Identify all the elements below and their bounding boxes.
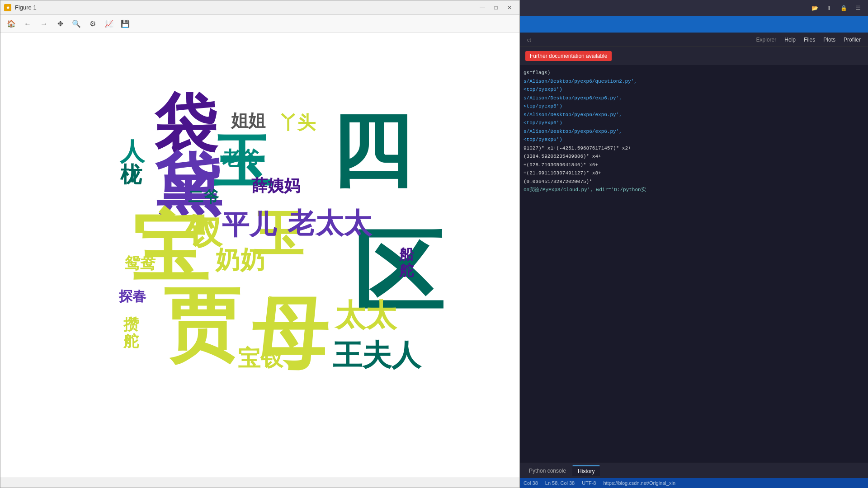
home-button[interactable]: 🏠	[4, 17, 19, 31]
pan-button[interactable]: ✥	[53, 17, 67, 31]
word-cloud-item: 栊	[120, 164, 142, 186]
console-line: (3384.59206235489886)* x4+	[524, 152, 864, 161]
word-cloud-item: 丫头	[279, 113, 316, 131]
help-tab[interactable]: Help	[781, 36, 799, 44]
word-cloud-item: 薛姨妈	[251, 178, 300, 194]
word-cloud-item: 二爷	[188, 189, 219, 204]
word-cloud-item: 宝钗	[238, 347, 283, 370]
console-line: +(21.991110307491127)* x8+	[524, 169, 864, 178]
word-cloud-item: 船	[399, 247, 414, 262]
close-button[interactable]: ✕	[503, 3, 516, 13]
console-line: 91027)* x1+(-4251.596876171457)* x2+	[524, 144, 864, 153]
word-cloud-item: 攒	[123, 317, 139, 332]
ide-panel: 📂 ⬆ 🔒 ☰ ct Explorer Help Files Plots Pro…	[520, 0, 868, 488]
upload-button[interactable]: ⬆	[823, 3, 835, 13]
word-cloud-item: 老太太	[288, 209, 372, 237]
line-col: Ln 58, Col 38	[545, 480, 575, 486]
minimize-button[interactable]: —	[476, 3, 489, 13]
word-cloud-item: 舵	[399, 263, 414, 278]
word-cloud-item: 太太	[335, 300, 396, 330]
word-cloud-item: 贾	[163, 286, 240, 363]
ide-banner	[520, 16, 868, 33]
url: https://blog.csdn.net/Original_xin	[603, 480, 675, 486]
word-cloud-item: 老爷	[222, 149, 260, 168]
console-line: <top/pyexp6')	[524, 136, 864, 144]
figure-window: ★ Figure 1 — □ ✕ 🏠 ← → ✥ 🔍 ⚙ 📈 💾 袋黛玉四姐姐丫…	[0, 0, 520, 488]
word-cloud-item: 王夫人	[333, 340, 421, 370]
explorer-tab[interactable]: Explorer	[753, 36, 780, 44]
console-line: s/Alison/Desktop/pyexp6/exp6.py',	[524, 94, 864, 103]
word-cloud-item: 舵	[123, 333, 139, 349]
figure-canvas: 袋黛玉四姐姐丫头老爷薛姨妈二爷人栊宝钗玉区平儿老太太鸳鸯奶奶船舵贾母太太探春攒舵…	[0, 33, 519, 478]
ide-statusbar: Col 38 Ln 58, Col 38 UTF-8 https://blog.…	[520, 478, 868, 488]
word-cloud-item: 钗	[186, 214, 222, 250]
word-cloud-item: 袋	[154, 92, 217, 155]
plot-button[interactable]: 📈	[102, 17, 116, 31]
python-console-tab[interactable]: Python console	[524, 466, 571, 476]
window-controls: — □ ✕	[476, 3, 516, 13]
col-indicator: Col 38	[524, 480, 538, 486]
console-line: <top/pyexp6')	[524, 85, 864, 94]
console-line: s/Alison/Desktop/pyexp6/question2.py',	[524, 77, 864, 86]
word-cloud: 袋黛玉四姐姐丫头老爷薛姨妈二爷人栊宝钗玉区平儿老太太鸳鸯奶奶船舵贾母太太探春攒舵…	[0, 33, 519, 478]
search-hint: ct	[524, 36, 535, 43]
menu-button[interactable]: ☰	[852, 3, 864, 13]
word-cloud-item: 姐姐	[231, 112, 265, 129]
figure-statusbar	[0, 478, 519, 488]
plots-tab[interactable]: Plots	[820, 36, 839, 44]
word-cloud-item: 四	[330, 110, 412, 191]
word-cloud-item: 人	[120, 139, 145, 164]
word-cloud-item: 探春	[119, 290, 146, 303]
zoom-button[interactable]: 🔍	[69, 17, 84, 31]
figure-icon: ★	[4, 4, 11, 11]
figure-toolbar: 🏠 ← → ✥ 🔍 ⚙ 📈 💾	[0, 15, 519, 33]
console-line: gs=flags)	[524, 69, 864, 77]
encoding: UTF-8	[582, 480, 596, 486]
forward-button[interactable]: →	[37, 17, 51, 31]
console-line: (0.036451732872020075)*	[524, 178, 864, 186]
console-line: +(928.7193059041846)* x6+	[524, 161, 864, 169]
console-line: <top/pyexp6')	[524, 102, 864, 111]
ide-bottom-tabs: Python console History	[520, 463, 868, 478]
console-line: s/Alison/Desktop/pyexp6/exp6.py',	[524, 111, 864, 119]
console-line: s/Alison/Desktop/pyexp6/exp6.py',	[524, 127, 864, 136]
doc-link[interactable]: Further documentation available	[525, 51, 612, 61]
settings-button[interactable]: ⚙	[85, 17, 100, 31]
word-cloud-item: 平儿	[222, 211, 276, 239]
title-left: ★ Figure 1	[4, 4, 37, 11]
console-line: <top/pyexp6')	[524, 119, 864, 127]
ide-doc-banner: Further documentation available	[520, 47, 868, 65]
lock-button[interactable]: 🔒	[837, 3, 850, 13]
figure-title: Figure 1	[15, 4, 37, 11]
console-line: on实验/PyExp3/cloud.py', wdir='D:/python实	[524, 186, 864, 194]
back-button[interactable]: ←	[20, 17, 35, 31]
ide-console[interactable]: gs=flags) s/Alison/Desktop/pyexp6/questi…	[520, 65, 868, 463]
maximize-button[interactable]: □	[490, 3, 502, 13]
folder-button[interactable]: 📂	[808, 3, 821, 13]
history-tab[interactable]: History	[572, 465, 600, 476]
figure-titlebar: ★ Figure 1 — □ ✕	[0, 0, 519, 15]
word-cloud-item: 鸳鸯	[125, 255, 156, 271]
word-cloud-item: 奶奶	[215, 248, 265, 272]
profiler-tab[interactable]: Profiler	[840, 36, 864, 44]
files-tab[interactable]: Files	[800, 36, 819, 44]
ide-menubar: ct Explorer Help Files Plots Profiler	[520, 33, 868, 47]
ide-topbar: 📂 ⬆ 🔒 ☰	[520, 0, 868, 16]
save-button[interactable]: 💾	[118, 17, 132, 31]
